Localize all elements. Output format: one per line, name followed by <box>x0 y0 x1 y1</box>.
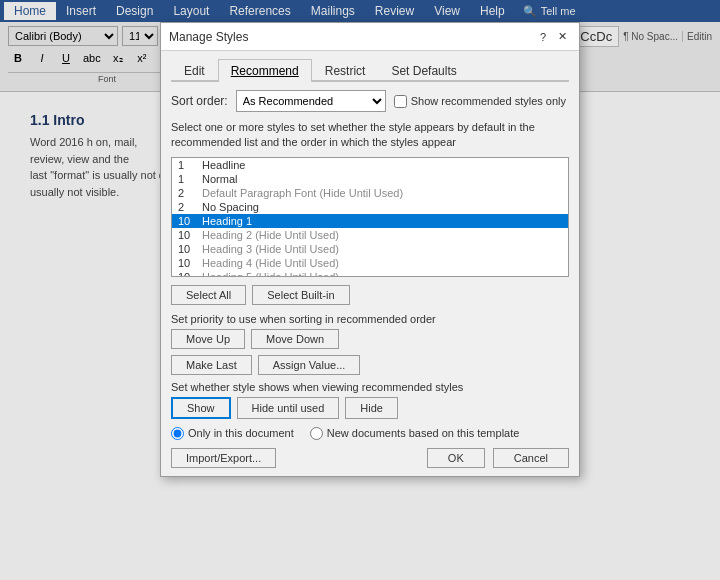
list-item[interactable]: 1 Normal <box>172 172 568 186</box>
styles-list[interactable]: 1 Headline 1 Normal 2 Default Paragraph … <box>171 157 569 277</box>
sort-order-row: Sort order: As Recommended Alphabetical … <box>171 90 569 112</box>
show-hide-label: Set whether style shows when viewing rec… <box>171 381 569 393</box>
show-hide-buttons-row: Show Hide until used Hide <box>171 397 569 419</box>
hide-button[interactable]: Hide <box>345 397 398 419</box>
move-up-button[interactable]: Move Up <box>171 329 245 349</box>
move-down-button[interactable]: Move Down <box>251 329 339 349</box>
select-all-button[interactable]: Select All <box>171 285 246 305</box>
dialog-controls: ? ✕ <box>536 30 571 43</box>
priority-buttons-row: Move Up Move Down <box>171 329 569 349</box>
manage-styles-dialog: Manage Styles ? ✕ Edit Recommend Restric… <box>160 22 580 477</box>
radio-new-docs-label: New documents based on this template <box>327 427 520 439</box>
dialog-title: Manage Styles <box>169 30 248 44</box>
priority-label: Set priority to use when sorting in reco… <box>171 313 569 325</box>
dialog-tabs: Edit Recommend Restrict Set Defaults <box>171 59 569 82</box>
ok-button[interactable]: OK <box>427 448 485 468</box>
sort-order-label: Sort order: <box>171 94 228 108</box>
dialog-body: Edit Recommend Restrict Set Defaults Sor… <box>161 51 579 476</box>
cancel-button[interactable]: Cancel <box>493 448 569 468</box>
show-recommended-checkbox[interactable] <box>394 95 407 108</box>
show-recommended-label: Show recommended styles only <box>411 95 566 107</box>
show-button[interactable]: Show <box>171 397 231 419</box>
make-last-button[interactable]: Make Last <box>171 355 252 375</box>
priority-buttons-row-2: Make Last Assign Value... <box>171 355 569 375</box>
list-item[interactable]: 10 Heading 4 (Hide Until Used) <box>172 256 568 270</box>
description-text: Select one or more styles to set whether… <box>171 120 569 151</box>
show-recommended-checkbox-row: Show recommended styles only <box>394 95 566 108</box>
sort-order-select[interactable]: As Recommended Alphabetical By Type <box>236 90 386 112</box>
select-buttons-row: Select All Select Built-in <box>171 285 569 305</box>
list-item[interactable]: 10 Heading 3 (Hide Until Used) <box>172 242 568 256</box>
radio-only-this-doc-label: Only in this document <box>188 427 294 439</box>
select-builtin-button[interactable]: Select Built-in <box>252 285 349 305</box>
dialog-close-button[interactable]: ✕ <box>554 30 571 43</box>
list-item[interactable]: 2 No Spacing <box>172 200 568 214</box>
radio-only-this-doc[interactable]: Only in this document <box>171 427 294 440</box>
bottom-buttons-row: Import/Export... OK Cancel <box>171 448 569 468</box>
dialog-help-button[interactable]: ? <box>536 30 550 43</box>
list-item[interactable]: 10 Heading 2 (Hide Until Used) <box>172 228 568 242</box>
radio-options-row: Only in this document New documents base… <box>171 427 569 440</box>
list-item-heading1[interactable]: 10 Heading 1 <box>172 214 568 228</box>
hide-until-used-button[interactable]: Hide until used <box>237 397 340 419</box>
radio-new-docs[interactable]: New documents based on this template <box>310 427 520 440</box>
list-item[interactable]: 1 Headline <box>172 158 568 172</box>
tab-restrict[interactable]: Restrict <box>312 59 379 82</box>
list-item[interactable]: 10 Heading 5 (Hide Until Used) <box>172 270 568 277</box>
tab-set-defaults[interactable]: Set Defaults <box>378 59 469 82</box>
tab-recommend[interactable]: Recommend <box>218 59 312 82</box>
import-export-button[interactable]: Import/Export... <box>171 448 276 468</box>
list-item[interactable]: 2 Default Paragraph Font (Hide Until Use… <box>172 186 568 200</box>
assign-value-button[interactable]: Assign Value... <box>258 355 361 375</box>
dialog-titlebar: Manage Styles ? ✕ <box>161 23 579 51</box>
tab-edit[interactable]: Edit <box>171 59 218 82</box>
